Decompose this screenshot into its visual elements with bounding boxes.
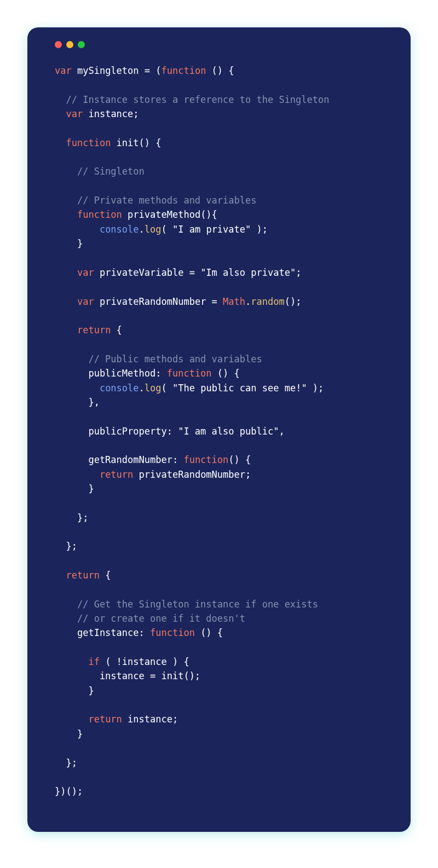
console-object: console (100, 224, 139, 235)
code-text: } (55, 238, 83, 249)
keyword-var: var (66, 108, 83, 119)
keyword-if: if (88, 656, 99, 667)
code-text: { (111, 325, 122, 335)
code-text (55, 267, 77, 278)
code-text: mySingleton = ( (72, 65, 162, 76)
code-text: { (100, 570, 111, 581)
code-text: init() { (111, 137, 161, 148)
class-math: Math (223, 296, 245, 307)
code-text: () { (212, 368, 240, 379)
code-text: getInstance: (55, 627, 150, 638)
keyword-function: function (161, 65, 206, 76)
keyword-var: var (77, 267, 94, 278)
code-text (55, 209, 77, 220)
code-comment: // Get the Singleton instance if one exi… (55, 599, 318, 610)
code-text: }; (55, 512, 88, 523)
code-comment: // or create one if it doesn't (55, 613, 245, 624)
keyword-function: function (167, 368, 212, 379)
window-titlebar (55, 41, 383, 48)
code-window: var mySingleton = (function () { // Inst… (27, 27, 411, 832)
code-text: () { (206, 65, 234, 76)
close-icon[interactable] (55, 41, 62, 48)
code-text: . (245, 296, 251, 307)
code-text (55, 108, 66, 119)
code-text: }; (55, 757, 77, 768)
code-text: publicProperty: "I am also public", (55, 426, 285, 437)
code-text (55, 325, 77, 335)
code-text: instance; (83, 108, 139, 119)
code-text (55, 714, 88, 725)
code-text: })(); (55, 786, 83, 797)
code-text: . (139, 383, 145, 394)
method-log: log (145, 224, 162, 235)
code-comment: // Private methods and variables (55, 195, 256, 206)
code-text: (); (285, 296, 302, 307)
code-text (55, 469, 100, 480)
code-text: () { (195, 627, 223, 638)
code-text: privateRandomNumber = (94, 296, 223, 307)
code-text (55, 383, 100, 394)
code-text (55, 570, 66, 581)
keyword-return: return (77, 325, 111, 335)
code-text: ( !instance ) { (100, 656, 189, 667)
method-random: random (251, 296, 284, 307)
keyword-var: var (55, 65, 72, 76)
code-text: privateRandomNumber; (133, 469, 251, 480)
code-text: instance = init(); (55, 670, 200, 681)
code-text: privateVariable = "Im also private"; (94, 267, 302, 278)
code-text: }, (55, 397, 100, 408)
keyword-function: function (66, 137, 111, 148)
keyword-function: function (150, 627, 195, 638)
code-text: () { (228, 454, 251, 465)
code-text: } (55, 483, 94, 494)
code-text: instance; (122, 714, 178, 725)
code-text (55, 656, 88, 667)
minimize-icon[interactable] (66, 41, 73, 48)
keyword-function: function (77, 209, 122, 220)
console-object: console (100, 383, 139, 394)
code-text: getRandomNumber: (55, 454, 183, 465)
code-text: } (55, 685, 94, 696)
code-text: publicMethod: (55, 368, 167, 379)
code-text: ( "The public can see me!" ); (162, 383, 324, 394)
code-text: } (55, 728, 83, 739)
code-text: }; (55, 541, 77, 552)
keyword-function: function (183, 454, 228, 465)
code-text: privateMethod(){ (122, 209, 217, 220)
code-comment: // Public methods and variables (55, 354, 262, 364)
keyword-var: var (77, 296, 94, 307)
code-comment: // Singleton (55, 166, 145, 177)
keyword-return: return (100, 469, 133, 480)
code-text: ( "I am private" ); (162, 224, 268, 235)
code-text (55, 224, 100, 235)
code-text (55, 137, 66, 148)
code-text (55, 296, 77, 307)
code-text: . (139, 224, 145, 235)
code-comment: // Instance stores a reference to the Si… (55, 94, 330, 105)
method-log: log (145, 383, 162, 394)
keyword-return: return (88, 714, 122, 725)
keyword-return: return (66, 570, 99, 581)
maximize-icon[interactable] (78, 41, 85, 48)
code-block: var mySingleton = (function () { // Inst… (55, 63, 383, 799)
